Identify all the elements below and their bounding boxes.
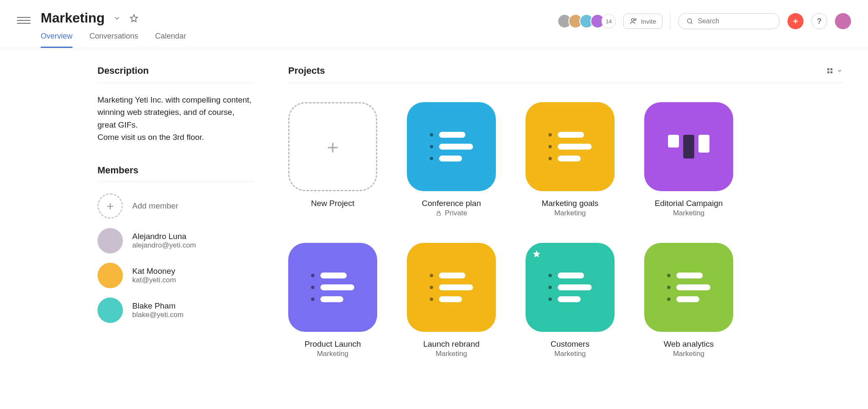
people-icon	[630, 17, 637, 25]
global-add-button[interactable]	[787, 13, 804, 29]
member-name: Blake Pham	[132, 301, 184, 311]
new-project-label: New Project	[288, 199, 377, 208]
project-subtitle: Marketing	[526, 350, 615, 358]
project-subtitle: Private	[407, 209, 496, 217]
grid-icon	[826, 67, 833, 74]
project-subtitle: Marketing	[644, 350, 733, 358]
search-box[interactable]	[678, 13, 780, 29]
project-card[interactable]: Product Launch Marketing	[288, 243, 377, 358]
search-input[interactable]	[698, 17, 772, 25]
svg-marker-12	[533, 250, 540, 258]
tab-calendar[interactable]: Calendar	[155, 32, 186, 48]
project-subtitle: Marketing	[644, 209, 733, 217]
avatar-overflow-count[interactable]: 14	[601, 14, 616, 28]
svg-line-4	[691, 22, 693, 24]
svg-rect-9	[827, 71, 829, 73]
divider	[288, 82, 843, 83]
avatar	[97, 298, 123, 323]
member-item[interactable]: Alejandro Luna alejandro@yeti.com	[97, 228, 254, 253]
member-item[interactable]: Kat Mooney kat@yeti.com	[97, 263, 254, 288]
member-name: Kat Mooney	[132, 267, 176, 276]
tab-overview[interactable]: Overview	[41, 32, 72, 48]
project-subtitle: Marketing	[407, 350, 496, 358]
project-name: Conference plan	[407, 199, 496, 208]
avatar	[97, 228, 123, 253]
project-subtitle: Marketing	[288, 350, 377, 358]
member-email: kat@yeti.com	[132, 276, 176, 284]
project-name: Web analytics	[644, 339, 733, 349]
divider	[670, 13, 670, 30]
svg-point-1	[632, 19, 634, 21]
chevron-down-icon	[837, 68, 843, 74]
svg-point-2	[634, 19, 637, 21]
svg-rect-11	[437, 213, 440, 215]
project-card[interactable]: Editorial Campaign Marketing	[644, 102, 733, 217]
menu-toggle-icon[interactable]	[17, 14, 31, 27]
projects-heading: Projects	[288, 65, 826, 76]
project-card[interactable]: Conference plan Private	[407, 102, 496, 217]
invite-button[interactable]: Invite	[623, 14, 662, 29]
description-heading: Description	[97, 65, 254, 83]
search-icon	[686, 17, 693, 25]
project-name: Launch rebrand	[407, 339, 496, 349]
project-card[interactable]: Marketing goals Marketing	[526, 102, 615, 217]
project-name: Marketing goals	[526, 199, 615, 208]
lock-icon	[436, 210, 442, 216]
new-project-button[interactable]: ＋ New Project	[288, 102, 377, 217]
title-chevron-down-icon[interactable]	[112, 14, 122, 23]
plus-icon	[792, 17, 799, 25]
member-avatars[interactable]: 14	[557, 14, 616, 28]
help-button[interactable]: ?	[811, 13, 827, 29]
svg-rect-7	[827, 68, 829, 70]
svg-rect-10	[830, 71, 832, 73]
project-subtitle: Marketing	[526, 209, 615, 217]
page-title: Marketing	[41, 10, 105, 26]
svg-marker-0	[131, 14, 138, 22]
description-text: Marketing Yeti Inc. with compelling cont…	[97, 94, 254, 144]
project-card[interactable]: Customers Marketing	[526, 243, 615, 358]
tab-conversations[interactable]: Conversations	[89, 32, 138, 48]
project-name: Product Launch	[288, 339, 377, 349]
avatar	[97, 263, 123, 288]
project-card[interactable]: Launch rebrand Marketing	[407, 243, 496, 358]
view-toggle[interactable]	[826, 67, 843, 74]
add-member-button[interactable]: ＋ Add member	[97, 193, 254, 219]
project-name: Customers	[526, 339, 615, 349]
members-heading: Members	[97, 165, 254, 182]
project-card[interactable]: Web analytics Marketing	[644, 243, 733, 358]
plus-circle-icon: ＋	[97, 193, 123, 219]
member-item[interactable]: Blake Pham blake@yeti.com	[97, 298, 254, 323]
member-email: alejandro@yeti.com	[132, 241, 196, 250]
star-icon	[532, 250, 541, 258]
member-email: blake@yeti.com	[132, 311, 184, 319]
project-name: Editorial Campaign	[644, 199, 733, 208]
tabs: Overview Conversations Calendar	[41, 32, 186, 48]
invite-label: Invite	[641, 18, 656, 25]
member-name: Alejandro Luna	[132, 232, 196, 241]
add-member-label: Add member	[132, 201, 178, 211]
svg-rect-8	[830, 68, 832, 70]
profile-avatar-button[interactable]	[835, 13, 851, 29]
favorite-star-icon[interactable]	[129, 14, 139, 23]
svg-point-3	[687, 19, 692, 23]
